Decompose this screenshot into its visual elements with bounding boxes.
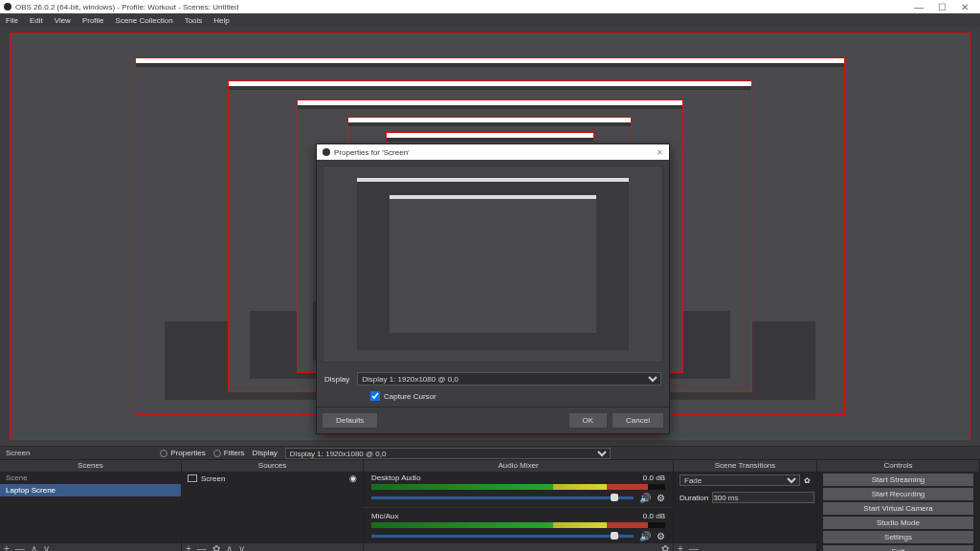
scene-up-button[interactable]: ∧ bbox=[31, 544, 37, 551]
exit-button[interactable]: Exit bbox=[823, 545, 973, 551]
volume-slider[interactable] bbox=[371, 496, 634, 499]
scenes-panel: Scenes Scene Laptop Screne + — ∧ ∨ bbox=[0, 460, 182, 551]
menu-scene-collection[interactable]: Scene Collection bbox=[116, 16, 173, 25]
titlebar: OBS 26.0.2 (64-bit, windows) - Profile: … bbox=[0, 0, 980, 13]
filters-icon bbox=[213, 450, 221, 457]
scene-down-button[interactable]: ∨ bbox=[43, 544, 50, 551]
source-down-button[interactable]: ∨ bbox=[238, 544, 245, 551]
dialog-preview bbox=[317, 160, 669, 368]
sources-header: Sources bbox=[182, 460, 363, 472]
visibility-toggle[interactable]: ◉ bbox=[349, 474, 357, 483]
menu-tools[interactable]: Tools bbox=[185, 16, 203, 25]
transition-select[interactable]: Fade bbox=[679, 474, 800, 486]
menu-profile[interactable]: Profile bbox=[82, 16, 104, 25]
sources-panel: Sources Screen ◉ + — ✿ ∧ ∨ bbox=[182, 460, 364, 551]
docks: Scenes Scene Laptop Screne + — ∧ ∨ Sourc… bbox=[0, 459, 980, 551]
track-db: 0.0 dB bbox=[643, 474, 665, 482]
source-properties-button[interactable]: ✿ bbox=[212, 544, 220, 551]
audio-meter bbox=[371, 484, 665, 490]
audio-meter bbox=[371, 522, 665, 528]
display-label: Display bbox=[324, 375, 349, 384]
source-up-button[interactable]: ∧ bbox=[226, 544, 233, 551]
menu-edit[interactable]: Edit bbox=[30, 16, 43, 25]
speaker-icon[interactable]: 🔊 bbox=[639, 493, 651, 503]
toolbar-display-label: Display bbox=[253, 449, 278, 457]
gear-icon[interactable]: ⚙ bbox=[657, 531, 665, 541]
transition-gear-button[interactable]: ✿ bbox=[804, 476, 811, 485]
transition-add-button[interactable]: + bbox=[678, 544, 683, 551]
speaker-icon[interactable]: 🔊 bbox=[639, 531, 651, 541]
dialog-titlebar[interactable]: Properties for 'Screen' ✕ bbox=[317, 144, 669, 160]
volume-slider[interactable] bbox=[371, 535, 634, 538]
audio-mixer-panel: Audio Mixer Desktop Audio0.0 dB 🔊⚙ Mic/A… bbox=[364, 460, 674, 551]
audio-track: Mic/Aux0.0 dB 🔊⚙ bbox=[364, 510, 673, 543]
source-toolbar: Screen Properties Filters Display Displa… bbox=[0, 446, 980, 459]
defaults-button[interactable]: Defaults bbox=[323, 413, 377, 428]
minimize-button[interactable]: — bbox=[907, 2, 930, 12]
start-streaming-button[interactable]: Start Streaming bbox=[823, 474, 973, 486]
cancel-button[interactable]: Cancel bbox=[612, 413, 663, 428]
capture-cursor-label: Capture Cursor bbox=[384, 392, 436, 401]
studio-mode-button[interactable]: Studio Mode bbox=[823, 517, 973, 529]
track-name: Desktop Audio bbox=[371, 474, 421, 482]
scene-remove-button[interactable]: — bbox=[15, 544, 25, 551]
scenes-column: Scene bbox=[0, 472, 181, 484]
scene-item[interactable]: Laptop Screne bbox=[0, 484, 181, 496]
source-add-button[interactable]: + bbox=[186, 544, 191, 551]
display-icon bbox=[188, 474, 197, 482]
properties-dialog: Properties for 'Screen' ✕ Display Displa… bbox=[316, 143, 670, 434]
maximize-button[interactable]: ☐ bbox=[930, 2, 953, 12]
gear-icon bbox=[160, 450, 167, 457]
track-name: Mic/Aux bbox=[371, 512, 398, 520]
transition-duration-input[interactable] bbox=[712, 492, 814, 503]
menubar: File Edit View Profile Scene Collection … bbox=[0, 13, 980, 27]
controls-header: Controls bbox=[817, 460, 979, 472]
obs-icon bbox=[4, 3, 11, 11]
preview-area: Properties for 'Screen' ✕ Display Displa… bbox=[0, 27, 980, 446]
start-virtual-camera-button[interactable]: Start Virtual Camera bbox=[823, 502, 973, 515]
scene-add-button[interactable]: + bbox=[4, 544, 10, 551]
settings-button[interactable]: Settings bbox=[823, 531, 973, 543]
scenes-header: Scenes bbox=[0, 460, 181, 472]
transition-remove-button[interactable]: — bbox=[689, 544, 699, 551]
menu-view[interactable]: View bbox=[55, 16, 71, 25]
track-db: 0.0 dB bbox=[643, 512, 665, 520]
ok-button[interactable]: OK bbox=[569, 413, 608, 428]
source-name: Screen bbox=[201, 474, 225, 483]
window-title: OBS 26.0.2 (64-bit, windows) - Profile: … bbox=[15, 3, 238, 11]
source-item[interactable]: Screen ◉ bbox=[182, 472, 363, 485]
toolbar-display-select[interactable]: Display 1: 1920x1080 @ 0,0 bbox=[285, 448, 611, 459]
transitions-header: Scene Transitions bbox=[674, 460, 816, 472]
menu-help[interactable]: Help bbox=[213, 16, 229, 25]
dialog-close-button[interactable]: ✕ bbox=[657, 148, 663, 157]
controls-panel: Controls Start Streaming Start Recording… bbox=[817, 460, 980, 551]
display-select[interactable]: Display 1: 1920x1080 @ 0,0 bbox=[357, 372, 661, 386]
capture-cursor-checkbox[interactable] bbox=[370, 391, 380, 401]
dialog-title: Properties for 'Screen' bbox=[334, 148, 410, 157]
selected-source-label: Screen bbox=[6, 449, 30, 457]
audio-track: Desktop Audio0.0 dB 🔊⚙ bbox=[364, 472, 673, 508]
close-button[interactable]: ✕ bbox=[953, 2, 976, 12]
properties-button[interactable]: Properties bbox=[160, 449, 205, 457]
menu-file[interactable]: File bbox=[6, 16, 18, 25]
start-recording-button[interactable]: Start Recording bbox=[823, 488, 973, 500]
source-remove-button[interactable]: — bbox=[197, 544, 207, 551]
mixer-settings-button[interactable]: ✿ bbox=[661, 544, 669, 551]
filters-button[interactable]: Filters bbox=[213, 449, 245, 457]
gear-icon[interactable]: ⚙ bbox=[657, 493, 665, 503]
mixer-header: Audio Mixer bbox=[364, 460, 673, 472]
transition-duration-label: Duration bbox=[679, 494, 708, 502]
transitions-panel: Scene Transitions Fade ✿ Duration + — bbox=[674, 460, 817, 551]
obs-icon bbox=[323, 148, 330, 156]
